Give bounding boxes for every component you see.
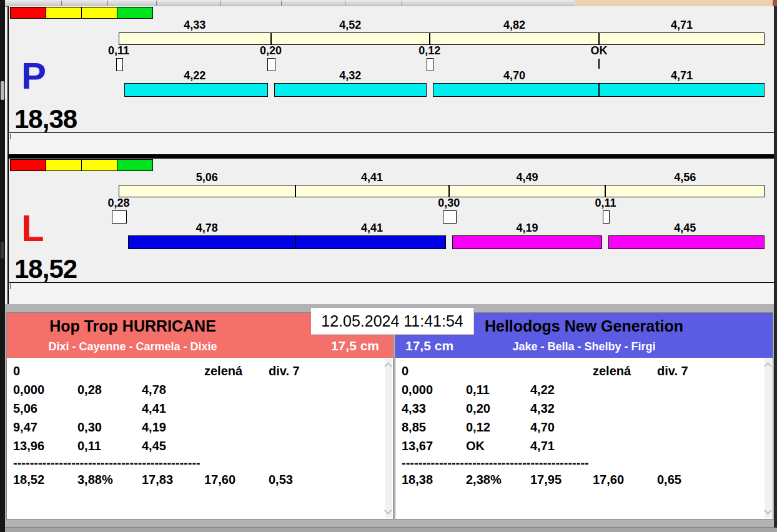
dog-time-label: 4,19 [449,222,606,234]
table-cell: 4,41 [142,399,204,418]
scroll-down-icon[interactable] [384,506,392,515]
table-cell: 0,53 [269,470,390,489]
reaction-indicator-box [427,58,433,71]
background-window-titlebar [575,0,773,6]
table-cell: 0,000 [13,380,77,399]
reaction-time-label: 0,12 [405,45,455,56]
traffic-light-red [10,7,46,19]
table-cell: 0,11 [466,380,530,399]
split-bar-divider [270,32,272,45]
traffic-light-yellow [81,159,117,171]
dog-time-label: 4,78 [119,222,295,234]
traffic-light-yellow [46,159,82,171]
table-cell [657,380,770,399]
reaction-time-label: 0,30 [424,197,474,209]
lane-letter: P [21,57,46,95]
dog-time-label: 4,70 [430,70,599,81]
table-cell: 4,70 [530,418,593,436]
reaction-indicator-box [443,210,457,224]
table-cell: 4,78 [142,380,204,399]
table-cell: 0,65 [657,470,770,489]
traffic-light-yellow [46,7,82,19]
header-cell-divider [156,1,157,6]
table-cell: div. 7 [269,362,390,380]
table-cell: 18,52 [13,470,77,489]
table-cell: 0 [402,362,466,380]
background-window-corner [773,0,777,6]
header-cell-divider [345,1,345,6]
scroll-up-icon[interactable] [764,362,772,370]
table-cell: 17,60 [204,470,269,489]
dog-time-label: 4,71 [599,70,765,81]
table-row: 4,330,204,32 [395,399,773,418]
scoreboard: 12.05.2024 11:41:54 Hop Trop HURRICANE D… [5,304,777,532]
table-summary-row: 18,523,88%17,8317,600,53 [7,470,393,489]
header-cell-divider [107,1,108,6]
lanes-frame: P 4,334,224,524,324,824,704,714,710,110,… [7,6,775,304]
timestamp: 12.05.2024 11:41:54 [311,308,474,335]
scroll-down-icon[interactable] [764,506,772,515]
table-cell: div. 7 [657,362,770,380]
table-cell: 4,19 [142,418,204,436]
table-cell [657,418,770,436]
table-cell: zelená [204,362,269,380]
table-separator: ----------------------------------------… [7,455,232,470]
split-time-label: 4,56 [605,172,765,183]
table-cell [204,380,269,399]
table-cell: 4,22 [530,380,593,399]
table-cell: 5,06 [13,399,77,418]
table-scrollbar[interactable] [765,358,772,518]
dog-time-label: 4,45 [605,222,765,234]
dog-bar-segment [452,235,603,249]
table-cell: 17,60 [593,470,657,489]
table-row: 8,850,124,70 [395,418,773,436]
table-cell: 4,32 [530,399,593,418]
table-row: 5,064,41 [7,399,393,418]
reaction-time-label: 0,11 [94,45,144,56]
statusbar [5,527,777,532]
app-window: P 4,334,224,524,324,824,704,714,710,110,… [0,0,777,532]
reaction-indicator-box [116,58,123,71]
dog-bar-segment [128,235,295,249]
main-window: P 4,334,224,524,324,824,704,714,710,110,… [5,0,777,532]
header-cell-divider [61,1,62,6]
table-cell: 9,47 [13,418,77,436]
split-bar-divider [429,32,430,45]
team-panel-left: Hop Trop HURRICANE Dixi - Cayenne - Carm… [6,312,393,520]
table-cell: 2,38% [466,470,530,489]
run-table[interactable]: 0zelenádiv. 70,0000,114,224,330,204,328,… [395,358,773,519]
table-row: 0zelenádiv. 7 [7,362,393,380]
table-cell: 0 [13,362,77,380]
scrollbar-thumb[interactable] [1,81,4,100]
reaction-indicator-line [598,59,600,69]
table-cell: 0,20 [466,399,530,418]
table-cell [269,418,390,436]
reaction-time-label: 0,11 [580,197,630,209]
jump-height: 17,5 cm [405,338,453,353]
table-scrollbar[interactable] [385,358,392,518]
run-table-body: 0zelenádiv. 70,0000,114,224,330,204,328,… [395,358,773,489]
table-cell [269,380,390,399]
table-row: 13,960,114,45 [7,436,393,455]
reaction-time-label: 0,28 [94,197,144,209]
table-cell [593,380,657,399]
table-cell: 3,88% [77,470,142,489]
table-cell [204,418,269,436]
run-table[interactable]: 0zelenádiv. 70,0000,284,785,064,419,470,… [7,358,393,519]
table-cell [593,399,657,418]
table-cell: 4,33 [402,399,466,418]
table-cell [530,362,593,380]
split-time-label: 4,82 [430,19,599,31]
split-bar-divider [605,185,606,197]
table-cell: 13,67 [402,436,466,455]
header-cell-divider [220,1,220,6]
lane-total-time: 18,52 [14,256,77,282]
split-time-label: 4,41 [295,172,449,183]
table-cell [77,399,142,418]
table-cell: 8,85 [402,418,466,436]
lane-status-strip [9,132,774,154]
table-cell: 17,95 [530,470,593,489]
split-times-bar [119,32,765,45]
split-time-label: 4,71 [599,19,765,31]
scroll-up-icon[interactable] [384,362,392,370]
